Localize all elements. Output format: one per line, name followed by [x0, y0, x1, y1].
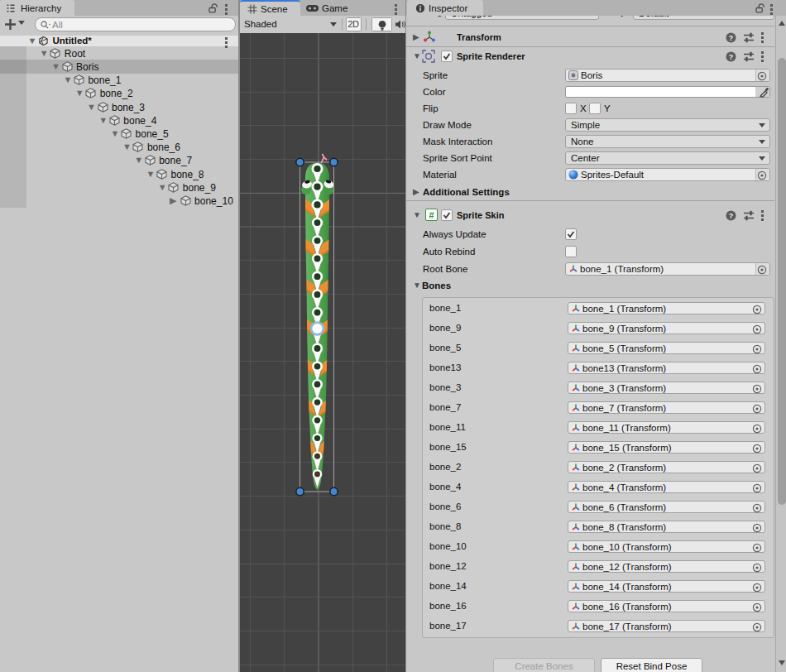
svg-text:?: ? [729, 53, 734, 61]
svg-text:?: ? [729, 212, 734, 220]
svg-text:?: ? [729, 34, 734, 42]
